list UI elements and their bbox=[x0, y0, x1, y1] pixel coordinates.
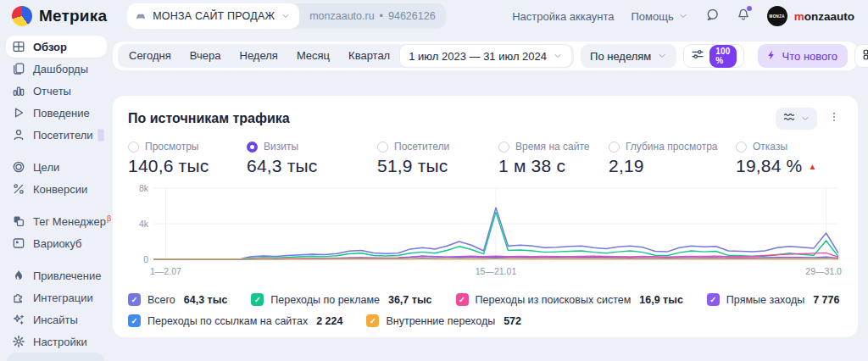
sidebar-item-reports[interactable]: Отчеты bbox=[6, 80, 107, 102]
metric-header: Просмотры bbox=[128, 141, 247, 153]
metric-radio[interactable] bbox=[128, 142, 139, 153]
metrika-logo[interactable]: Метрика bbox=[12, 6, 107, 26]
sidebar-item-conversions[interactable]: Конверсии bbox=[6, 178, 107, 200]
notification-dot bbox=[747, 6, 752, 11]
metric-label: Глубина просмотра bbox=[626, 141, 718, 153]
metric-radio[interactable] bbox=[247, 142, 258, 153]
counter-select-button[interactable]: МОНЗА САЙТ ПРОДАЖ bbox=[127, 3, 299, 29]
sidebar-item-overview[interactable]: Обзор bbox=[6, 36, 107, 58]
main-content: СегодняВчераНеделяМесяцКвартал 1 июл 202… bbox=[113, 32, 858, 337]
sidebar-item-label: Тег Менеджерβ bbox=[33, 214, 111, 228]
insights-icon bbox=[12, 313, 25, 326]
metric-label: Посетители bbox=[394, 141, 449, 153]
date-range-picker[interactable]: 1 июл 2023 — 31 июл 2024 bbox=[400, 45, 571, 67]
sidebar-item-behavior[interactable]: Поведение bbox=[6, 102, 107, 124]
date-preset-квартал[interactable]: Квартал bbox=[339, 44, 399, 68]
add-widget-button[interactable]: Добавить bbox=[854, 44, 868, 68]
checkbox-checked-icon[interactable] bbox=[707, 293, 720, 306]
sampling-settings-button[interactable]: 100 % bbox=[683, 44, 743, 68]
metric-visitors[interactable]: Посетители51,9 тыс bbox=[377, 141, 498, 176]
metric-time[interactable]: Время на сайте1 м 38 с bbox=[498, 141, 609, 176]
sidebar-footer-pill[interactable] bbox=[7, 353, 104, 361]
chevron-down-icon bbox=[678, 11, 688, 21]
legend-item-search[interactable]: Переходы из поисковых систем16,9 тыс bbox=[456, 293, 683, 306]
sidebar-item-goals[interactable]: Цели bbox=[6, 156, 107, 178]
metric-bounce[interactable]: Отказы19,84 %▲ bbox=[736, 141, 843, 176]
legend-value: 16,9 тыс bbox=[639, 294, 683, 306]
sidebar-item-label: Инсайты bbox=[33, 314, 78, 326]
date-range-value: 1 июл 2023 — 31 июл 2024 bbox=[409, 50, 547, 63]
checkbox-checked-icon[interactable] bbox=[456, 293, 469, 306]
legend-item-internal[interactable]: Внутренние переходы572 bbox=[366, 314, 521, 327]
feedback-chat-button[interactable] bbox=[705, 8, 720, 25]
sidebar-group-1: ОбзорДашбордыОтчетыПоведениеПосетители bbox=[0, 36, 113, 146]
sidebar-item-visitors[interactable]: Посетители bbox=[6, 124, 107, 146]
legend-label: Прямые заходы bbox=[726, 294, 804, 306]
checkbox-checked-icon[interactable] bbox=[251, 293, 264, 306]
date-preset-вчера[interactable]: Вчера bbox=[181, 44, 231, 68]
legend-label: Переходы из поисковых систем bbox=[476, 294, 632, 306]
account-settings-link[interactable]: Настройка аккаунта bbox=[512, 10, 614, 23]
metric-label: Время на сайте bbox=[515, 141, 589, 153]
date-preset-неделя[interactable]: Неделя bbox=[231, 44, 287, 68]
kebab-icon bbox=[828, 111, 840, 126]
metric-depth[interactable]: Глубина просмотра2,19 bbox=[609, 141, 736, 176]
notifications-button[interactable] bbox=[737, 8, 750, 25]
counter-name: МОНЗА САЙТ ПРОДАЖ bbox=[153, 10, 275, 22]
metric-header: Время на сайте bbox=[498, 141, 609, 153]
metric-value: 64,3 тыс bbox=[247, 156, 377, 176]
metric-radio[interactable] bbox=[498, 142, 509, 153]
whats-new-label: Что нового bbox=[782, 50, 837, 63]
metric-label: Отказы bbox=[753, 141, 787, 153]
metric-views[interactable]: Просмотры140,6 тыс bbox=[128, 141, 247, 176]
sidebar-item-label: Посетители bbox=[33, 129, 93, 142]
beta-badge: β bbox=[107, 214, 111, 223]
x-axis-tick: 29—31.07 bbox=[805, 266, 843, 276]
sidebar-item-insights[interactable]: Инсайты bbox=[6, 308, 107, 330]
checkbox-checked-icon[interactable] bbox=[366, 314, 379, 327]
traffic-chart[interactable]: 8k4k01—2.0715—21.0129—31.07 bbox=[128, 183, 843, 281]
sidebar-group-2: ЦелиКонверсии bbox=[0, 156, 113, 200]
chat-icon bbox=[705, 8, 720, 25]
metric-label: Просмотры bbox=[145, 141, 198, 153]
legend-item-direct[interactable]: Прямые заходы7 776 bbox=[707, 293, 840, 306]
checkbox-checked-icon[interactable] bbox=[128, 314, 141, 327]
metrics-row: Просмотры140,6 тысВизиты64,3 тысПосетите… bbox=[128, 141, 843, 176]
legend-item-total[interactable]: Всего64,3 тыс bbox=[128, 293, 227, 306]
legend-label: Внутренние переходы bbox=[386, 315, 495, 327]
dashboards-icon bbox=[12, 62, 25, 75]
account-menu[interactable]: MONZA monzaauto bbox=[767, 6, 854, 26]
metric-visits[interactable]: Визиты64,3 тыс bbox=[247, 141, 377, 176]
sidebar-item-attraction[interactable]: Привлечение bbox=[6, 264, 107, 286]
period-select[interactable]: По неделям bbox=[581, 44, 676, 68]
checkbox-checked-icon[interactable] bbox=[128, 293, 141, 306]
overview-icon bbox=[12, 40, 25, 53]
legend-item-ads[interactable]: Переходы по рекламе36,7 тыс bbox=[251, 293, 431, 306]
sliders-icon bbox=[691, 47, 704, 64]
counter-domain[interactable]: monzaauto.ru bbox=[309, 10, 374, 22]
attraction-icon bbox=[12, 269, 25, 282]
chart-type-select[interactable] bbox=[776, 108, 817, 130]
traffic-sources-card: По источникам трафика Просмотры140,6 тыс… bbox=[113, 96, 858, 337]
metric-radio[interactable] bbox=[377, 142, 388, 153]
goals-icon bbox=[12, 160, 25, 174]
legend-item-links[interactable]: Переходы по ссылкам на сайтах2 224 bbox=[128, 314, 342, 327]
sidebar-item-dashboards[interactable]: Дашборды bbox=[6, 58, 107, 80]
date-preset-месяц[interactable]: Месяц bbox=[287, 44, 339, 68]
legend-value: 36,7 тыс bbox=[388, 294, 432, 306]
conversions-icon bbox=[12, 182, 25, 196]
sidebar-item-settings[interactable]: Настройки bbox=[6, 330, 107, 353]
sidebar-item-variocube[interactable]: Вариокуб bbox=[6, 232, 107, 254]
help-menu[interactable]: Помощь bbox=[632, 10, 688, 23]
sidebar-item-tag-manager[interactable]: Тег Менеджерβ bbox=[6, 210, 107, 232]
sidebar-item-integrations[interactable]: Интеграции bbox=[6, 286, 107, 308]
metric-radio[interactable] bbox=[736, 142, 747, 153]
card-more-button[interactable] bbox=[826, 111, 843, 126]
legend-value: 2 224 bbox=[316, 315, 342, 327]
date-preset-сегодня[interactable]: Сегодня bbox=[120, 44, 181, 68]
legend-value: 7 776 bbox=[813, 294, 839, 306]
sidebar-item-label: Интеграции bbox=[33, 292, 93, 304]
whats-new-button[interactable]: Что нового bbox=[758, 44, 848, 68]
metric-radio[interactable] bbox=[609, 142, 620, 153]
avatar: MONZA bbox=[767, 6, 787, 26]
